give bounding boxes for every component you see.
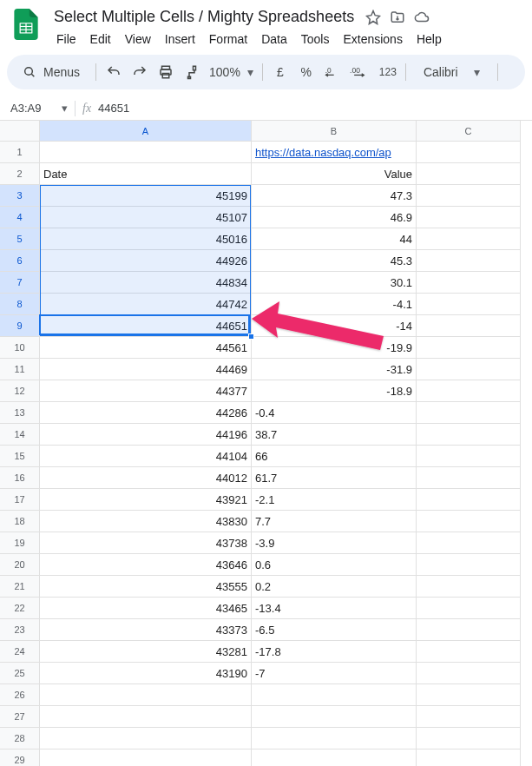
cell[interactable] xyxy=(40,749,252,766)
menu-insert[interactable]: Insert xyxy=(159,29,201,50)
cell[interactable]: 43373 xyxy=(40,619,252,641)
cell[interactable]: 44926 xyxy=(40,250,252,272)
cloud-status-icon[interactable] xyxy=(413,9,430,26)
cell[interactable] xyxy=(417,749,521,766)
cell[interactable] xyxy=(417,185,521,207)
cell[interactable]: 45016 xyxy=(40,228,252,250)
cell[interactable] xyxy=(40,142,252,163)
redo-button[interactable] xyxy=(128,60,152,84)
cell[interactable] xyxy=(417,250,521,272)
undo-button[interactable] xyxy=(102,60,126,84)
column-header-C[interactable]: C xyxy=(417,121,521,142)
cell[interactable]: 44012 xyxy=(40,467,252,489)
font-family-dropdown[interactable]: Calibri ▾ xyxy=(411,60,492,84)
cell[interactable]: -2.1 xyxy=(252,489,417,511)
print-button[interactable] xyxy=(154,60,178,84)
row-header[interactable]: 29 xyxy=(0,749,40,766)
cell[interactable]: 7.7 xyxy=(252,511,417,532)
row-header[interactable]: 11 xyxy=(0,359,40,380)
cell[interactable]: Value xyxy=(252,163,417,185)
row-header[interactable]: 27 xyxy=(0,706,40,728)
cell[interactable]: 44469 xyxy=(40,359,252,380)
cell[interactable]: 66 xyxy=(252,446,417,467)
cell[interactable] xyxy=(417,728,521,749)
percent-button[interactable]: % xyxy=(294,60,319,84)
cell[interactable] xyxy=(417,684,521,706)
currency-button[interactable]: £ xyxy=(268,60,292,84)
cell[interactable]: 44 xyxy=(252,228,417,250)
cell[interactable] xyxy=(417,489,521,511)
cell[interactable]: -13.4 xyxy=(252,598,417,619)
cell[interactable] xyxy=(417,359,521,380)
menu-tools[interactable]: Tools xyxy=(295,29,336,50)
cell[interactable]: 45199 xyxy=(40,185,252,207)
cell[interactable] xyxy=(417,511,521,532)
menu-edit[interactable]: Edit xyxy=(84,29,117,50)
cell[interactable] xyxy=(417,337,521,359)
cell[interactable]: -7 xyxy=(252,663,417,684)
formula-bar[interactable]: 44651 xyxy=(98,102,129,115)
cell[interactable]: 44834 xyxy=(40,272,252,294)
cell[interactable]: 0.2 xyxy=(252,576,417,598)
cell[interactable]: 43646 xyxy=(40,554,252,576)
row-header[interactable]: 5 xyxy=(0,228,40,250)
menu-format[interactable]: Format xyxy=(203,29,253,50)
cell[interactable] xyxy=(417,641,521,663)
cell[interactable] xyxy=(40,684,252,706)
row-header[interactable]: 28 xyxy=(0,728,40,749)
cell[interactable] xyxy=(417,142,521,163)
cell[interactable] xyxy=(417,294,521,315)
select-all-corner[interactable] xyxy=(0,121,40,142)
cell[interactable] xyxy=(417,598,521,619)
cell[interactable]: 44742 xyxy=(40,294,252,315)
cell[interactable]: -19.9 xyxy=(252,337,417,359)
menu-data[interactable]: Data xyxy=(255,29,293,50)
cell[interactable] xyxy=(417,467,521,489)
cell[interactable] xyxy=(417,446,521,467)
cell[interactable] xyxy=(252,749,417,766)
cell[interactable]: -4.1 xyxy=(252,294,417,315)
cell[interactable]: 44286 xyxy=(40,402,252,424)
spreadsheet-grid[interactable]: ABC 1https://data.nasdaq.com/ap2DateValu… xyxy=(0,121,532,766)
cell[interactable] xyxy=(417,576,521,598)
row-header[interactable]: 22 xyxy=(0,598,40,619)
cell[interactable] xyxy=(417,706,521,728)
more-formats-button[interactable]: 123 xyxy=(376,60,400,84)
cell[interactable]: 43555 xyxy=(40,576,252,598)
zoom-dropdown[interactable]: 100% ▾ xyxy=(206,60,257,84)
document-title[interactable]: Select Multiple Cells / Mighty Spreadshe… xyxy=(50,7,358,27)
cell[interactable]: 38.7 xyxy=(252,424,417,446)
row-header[interactable]: 20 xyxy=(0,554,40,576)
menu-file[interactable]: File xyxy=(50,29,82,50)
cell[interactable]: 43281 xyxy=(40,641,252,663)
cell[interactable] xyxy=(417,619,521,641)
row-header[interactable]: 10 xyxy=(0,337,40,359)
cell[interactable] xyxy=(417,424,521,446)
cell[interactable] xyxy=(252,728,417,749)
column-header-B[interactable]: B xyxy=(252,121,417,142)
cell[interactable] xyxy=(417,272,521,294)
cell[interactable]: 30.1 xyxy=(252,272,417,294)
row-header[interactable]: 19 xyxy=(0,532,40,554)
cell[interactable]: 43190 xyxy=(40,663,252,684)
cell[interactable]: 45107 xyxy=(40,207,252,228)
menu-view[interactable]: View xyxy=(119,29,157,50)
row-header[interactable]: 17 xyxy=(0,489,40,511)
cell[interactable] xyxy=(417,163,521,185)
cell[interactable]: 46.9 xyxy=(252,207,417,228)
row-header[interactable]: 24 xyxy=(0,641,40,663)
cell[interactable]: -0.4 xyxy=(252,402,417,424)
row-header[interactable]: 14 xyxy=(0,424,40,446)
cell[interactable]: -18.9 xyxy=(252,380,417,402)
menu-help[interactable]: Help xyxy=(410,29,448,50)
cell[interactable]: 44104 xyxy=(40,446,252,467)
cell[interactable]: -6.5 xyxy=(252,619,417,641)
column-header-A[interactable]: A xyxy=(40,121,252,142)
row-header[interactable]: 9 xyxy=(0,315,40,337)
row-header[interactable]: 4 xyxy=(0,207,40,228)
cell[interactable]: 43738 xyxy=(40,532,252,554)
row-header[interactable]: 3 xyxy=(0,185,40,207)
cell[interactable]: -14 xyxy=(252,315,417,337)
cell[interactable] xyxy=(417,315,521,337)
row-header[interactable]: 2 xyxy=(0,163,40,185)
